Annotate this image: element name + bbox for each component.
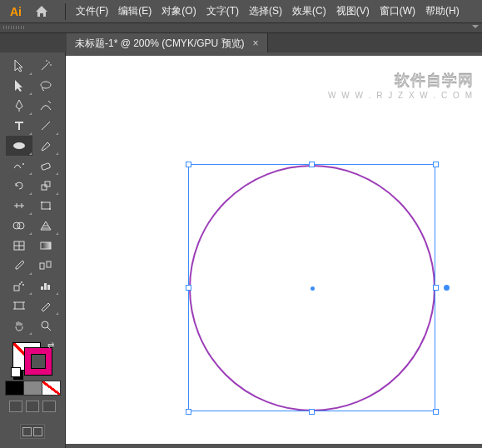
color-mode-none[interactable] <box>42 381 61 396</box>
slice-tool[interactable] <box>32 296 59 316</box>
screen-mode-button[interactable] <box>20 424 45 439</box>
svg-point-10 <box>17 222 24 229</box>
lasso-tool[interactable] <box>32 76 59 96</box>
svg-rect-21 <box>47 285 50 290</box>
svg-point-23 <box>42 321 48 328</box>
document-tab-bar: 未标题-1* @ 200% (CMYK/GPU 预览) × <box>0 33 482 53</box>
paintbrush-tool[interactable] <box>32 136 59 156</box>
main-area: ⇄ 软件自学网 W W W . R J Z X W . C O M <box>0 52 482 448</box>
menu-select[interactable]: 选择(S) <box>244 0 287 22</box>
svg-rect-4 <box>42 185 47 190</box>
live-corner-widget[interactable] <box>444 285 450 291</box>
draw-normal[interactable] <box>9 401 22 412</box>
menu-object[interactable]: 对象(O) <box>157 0 201 22</box>
selection-tool[interactable] <box>6 56 32 76</box>
handle-w[interactable] <box>186 285 191 291</box>
ellipse-tool[interactable] <box>6 136 32 156</box>
tool-grid <box>6 56 59 336</box>
zoom-tool[interactable] <box>32 316 59 336</box>
menu-type[interactable]: 文字(T) <box>201 0 244 22</box>
center-point[interactable] <box>311 286 315 291</box>
rotate-tool[interactable] <box>6 176 32 196</box>
svg-rect-12 <box>41 242 51 249</box>
stroke-swatch[interactable] <box>24 347 52 376</box>
color-mode-solid[interactable] <box>5 381 24 396</box>
shape-builder-tool[interactable] <box>6 216 32 236</box>
perspective-grid-tool[interactable] <box>32 216 59 236</box>
draw-behind[interactable] <box>26 401 39 412</box>
eraser-tool[interactable] <box>32 156 59 176</box>
svg-rect-20 <box>44 283 47 290</box>
svg-point-0 <box>41 82 51 88</box>
width-tool[interactable] <box>6 196 32 216</box>
fill-stroke-control: ⇄ <box>5 341 60 439</box>
gradient-tool[interactable] <box>32 236 59 256</box>
handle-ne[interactable] <box>433 162 439 167</box>
menu-file[interactable]: 文件(F) <box>71 0 113 22</box>
swap-fill-stroke-icon[interactable]: ⇄ <box>47 341 54 350</box>
svg-point-8 <box>49 208 51 210</box>
document-tab-title: 未标题-1* @ 200% (CMYK/GPU 预览) <box>75 37 245 51</box>
separator <box>65 3 66 20</box>
handle-e[interactable] <box>433 285 439 291</box>
mesh-tool[interactable] <box>6 236 32 256</box>
svg-rect-6 <box>42 202 50 209</box>
color-mode-gradient[interactable] <box>23 381 42 396</box>
default-fill-stroke-icon[interactable] <box>11 367 21 377</box>
scale-tool[interactable] <box>32 176 59 196</box>
home-icon[interactable] <box>32 3 52 20</box>
free-transform-tool[interactable] <box>32 196 59 216</box>
flyout-icon[interactable] <box>472 25 479 28</box>
handle-n[interactable] <box>309 162 315 167</box>
svg-rect-22 <box>15 302 23 309</box>
line-tool[interactable] <box>32 116 59 136</box>
svg-rect-19 <box>41 286 43 290</box>
direct-selection-tool[interactable] <box>6 76 32 96</box>
canvas[interactable]: 软件自学网 W W W . R J Z X W . C O M <box>66 52 482 448</box>
svg-point-16 <box>21 281 22 283</box>
svg-point-2 <box>22 163 24 165</box>
draw-inside[interactable] <box>42 401 56 412</box>
menu-window[interactable]: 窗口(W) <box>375 0 420 22</box>
svg-rect-5 <box>45 182 50 187</box>
blend-tool[interactable] <box>32 256 59 276</box>
svg-rect-14 <box>47 261 51 267</box>
draw-mode-row <box>9 401 56 412</box>
tab-close-button[interactable]: × <box>253 37 259 49</box>
grip-icon <box>3 26 25 29</box>
curvature-tool[interactable] <box>32 96 59 116</box>
menu-help[interactable]: 帮助(H) <box>420 0 465 22</box>
svg-rect-15 <box>14 286 19 291</box>
color-mode-row <box>5 381 60 396</box>
document-tab[interactable]: 未标题-1* @ 200% (CMYK/GPU 预览) × <box>67 33 268 53</box>
watermark-line2: W W W . R J Z X W . C O M <box>328 91 474 100</box>
watermark: 软件自学网 W W W . R J Z X W . C O M <box>328 71 474 100</box>
eyedropper-tool[interactable] <box>6 256 32 276</box>
menu-bar: Ai 文件(F) 编辑(E) 对象(O) 文字(T) 选择(S) 效果(C) 视… <box>0 0 482 23</box>
svg-point-7 <box>41 202 42 203</box>
column-graph-tool[interactable] <box>32 276 59 296</box>
handle-s[interactable] <box>309 409 315 415</box>
control-strip <box>0 23 482 33</box>
hand-tool[interactable] <box>6 316 32 336</box>
menu-view[interactable]: 视图(V) <box>331 0 375 22</box>
symbol-sprayer-tool[interactable] <box>6 276 32 296</box>
watermark-line1: 软件自学网 <box>328 71 474 91</box>
svg-rect-13 <box>40 263 44 269</box>
type-tool[interactable] <box>6 116 32 136</box>
svg-rect-3 <box>41 162 50 170</box>
magic-wand-tool[interactable] <box>32 56 59 76</box>
handle-nw[interactable] <box>186 162 191 167</box>
svg-point-18 <box>19 283 21 285</box>
artboard-tool[interactable] <box>6 296 32 316</box>
pen-tool[interactable] <box>6 96 32 116</box>
svg-point-1 <box>13 142 25 149</box>
app-logo: Ai <box>5 3 27 20</box>
handle-sw[interactable] <box>186 409 191 415</box>
handle-se[interactable] <box>433 409 439 415</box>
shaper-tool[interactable] <box>6 156 32 176</box>
toolbox: ⇄ <box>0 52 66 448</box>
menu-edit[interactable]: 编辑(E) <box>113 0 157 22</box>
menu-effect[interactable]: 效果(C) <box>287 0 331 22</box>
svg-point-17 <box>22 284 24 286</box>
